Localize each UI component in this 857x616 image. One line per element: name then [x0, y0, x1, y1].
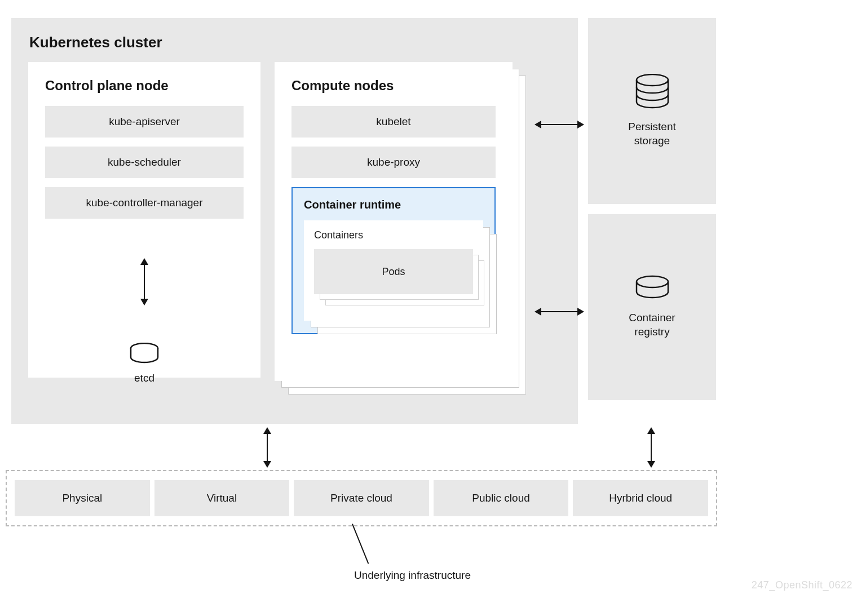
component-kubelet: kubelet [291, 106, 496, 138]
etcd-icon [28, 343, 260, 366]
persistent-storage-box: Persistentstorage [588, 18, 716, 204]
arrow-controlplane-etcd [144, 264, 145, 300]
container-registry-box: Containerregistry [588, 214, 716, 400]
component-kube-scheduler: kube-scheduler [45, 147, 244, 178]
svg-point-1 [637, 74, 668, 86]
infra-virtual: Virtual [154, 480, 290, 516]
registry-icon [633, 275, 672, 302]
containers-label: Containers [314, 229, 473, 241]
container-runtime-box: Container runtime Containers Pods [291, 187, 496, 334]
diagram-canvas: Kubernetes cluster Control plane node ku… [0, 0, 857, 616]
watermark-label: 247_OpenShift_0622 [752, 579, 852, 591]
arrow-cluster-infra [267, 433, 268, 462]
control-plane-title: Control plane node [45, 78, 244, 94]
compute-node-panel: Compute nodes kubelet kube-proxy Contain… [275, 62, 513, 381]
infrastructure-caption: Underlying infrastructure [354, 569, 471, 582]
pods-box: Pods [314, 249, 473, 294]
component-kube-apiserver: kube-apiserver [45, 106, 244, 138]
registry-label: Containerregistry [629, 311, 675, 339]
control-plane-panel: Control plane node kube-apiserver kube-s… [28, 62, 260, 378]
containers-stack: Containers Pods [304, 220, 483, 321]
svg-point-2 [637, 276, 668, 287]
infra-physical: Physical [15, 480, 150, 516]
infrastructure-row: Physical Virtual Private cloud Public cl… [6, 470, 717, 526]
caption-connector [352, 524, 369, 564]
storage-label: Persistentstorage [628, 120, 675, 148]
infra-public-cloud: Public cloud [434, 480, 569, 516]
arrow-right-infra [651, 433, 652, 462]
compute-nodes-title: Compute nodes [291, 78, 496, 94]
component-kube-controller-manager: kube-controller-manager [45, 187, 244, 219]
infra-private-cloud: Private cloud [294, 480, 429, 516]
etcd-label: etcd [28, 372, 260, 384]
pods-stack: Pods [314, 249, 473, 294]
cluster-title: Kubernetes cluster [29, 34, 560, 51]
component-kube-proxy: kube-proxy [291, 147, 496, 178]
infra-hybrid-cloud: Hyrbrid cloud [573, 480, 708, 516]
etcd-area: etcd [28, 264, 260, 384]
arrow-cluster-registry [540, 311, 578, 312]
compute-nodes-stack: Compute nodes kubelet kube-proxy Contain… [275, 62, 513, 381]
container-runtime-title: Container runtime [304, 198, 483, 211]
arrow-cluster-storage [540, 124, 578, 125]
containers-panel: Containers Pods [304, 220, 483, 321]
storage-icon [633, 74, 672, 111]
